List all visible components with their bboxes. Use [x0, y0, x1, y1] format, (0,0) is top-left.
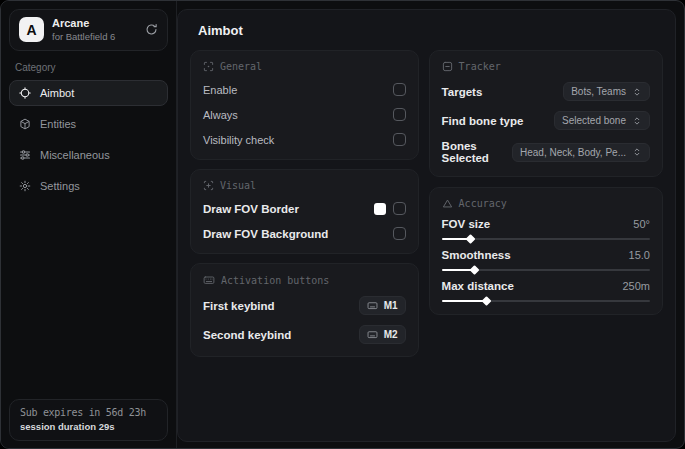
app-subtitle: for Battlefield 6	[52, 31, 137, 43]
sidebar-item-label: Entities	[40, 118, 76, 130]
setting-label: Visibility check	[203, 134, 274, 146]
sidebar-nav: Aimbot Entities Miscellaneous	[1, 80, 176, 199]
enable-checkbox[interactable]	[393, 83, 406, 96]
setting-label: Find bone type	[442, 115, 524, 127]
sidebar-item-entities[interactable]: Entities	[9, 111, 168, 137]
setting-row: Second keybind M2	[203, 325, 406, 344]
subscription-card: Sub expires in 56d 23h session duration …	[9, 399, 168, 441]
section-title: General	[220, 61, 262, 72]
app-name: Arcane	[52, 17, 137, 31]
targets-select[interactable]: Bots, Teams	[563, 82, 650, 101]
keyboard-icon	[367, 329, 378, 340]
smoothness-slider[interactable]	[442, 269, 650, 271]
minus-square-icon	[442, 61, 453, 72]
chevrons-up-down-icon	[632, 147, 642, 157]
setting-label: Draw FOV Border	[203, 203, 299, 215]
sliders-icon	[19, 149, 31, 161]
visibility-check-checkbox[interactable]	[393, 133, 406, 146]
keybind-value: M1	[384, 300, 398, 311]
keyboard-icon	[367, 300, 378, 311]
select-value: Bots, Teams	[571, 86, 626, 97]
slider-handle[interactable]	[469, 265, 479, 275]
smoothness-slider-group: Smoothness 15.0	[442, 249, 650, 271]
fov-size-slider[interactable]	[442, 238, 650, 240]
entities-icon	[19, 118, 31, 130]
sidebar-item-miscellaneous[interactable]: Miscellaneous	[9, 142, 168, 168]
category-label: Category	[15, 62, 162, 73]
find-bone-type-select[interactable]: Selected bone	[554, 111, 650, 130]
slider-value: 15.0	[629, 249, 650, 261]
slider-label: Max distance	[442, 280, 514, 292]
sidebar-item-aimbot[interactable]: Aimbot	[9, 80, 168, 106]
setting-label: Always	[203, 109, 238, 121]
section-title: Tracker	[459, 61, 501, 72]
setting-row: Visibility check	[203, 132, 406, 147]
max-distance-slider[interactable]	[442, 300, 650, 302]
gear-icon	[19, 180, 31, 192]
sidebar: A Arcane for Battlefield 6 Category Aimb…	[1, 1, 177, 448]
page-title: Aimbot	[198, 23, 663, 38]
setting-row: Draw FOV Border	[203, 201, 406, 216]
setting-label: Targets	[442, 86, 483, 98]
select-value: Head, Neck, Body, Pe...	[520, 147, 626, 158]
crosshair-icon	[19, 87, 31, 99]
draw-fov-border-checkbox[interactable]	[393, 202, 406, 215]
accuracy-card: Accuracy FOV size 50° Smoothness	[429, 187, 663, 315]
focus-icon	[203, 180, 214, 191]
sidebar-item-settings[interactable]: Settings	[9, 173, 168, 199]
keyboard-icon	[203, 274, 215, 286]
main-panel: Aimbot General Enable	[177, 9, 676, 442]
tracker-card: Tracker Targets Bots, Teams Find bone ty…	[429, 50, 663, 177]
slider-label: Smoothness	[442, 249, 511, 261]
fov-border-color-swatch[interactable]	[374, 203, 386, 215]
select-value: Selected bone	[562, 115, 626, 126]
app-logo: A	[19, 17, 44, 42]
sidebar-item-label: Settings	[40, 180, 80, 192]
first-keybind-button[interactable]: M1	[359, 296, 406, 315]
slider-value: 50°	[633, 218, 650, 230]
brand-card: A Arcane for Battlefield 6	[9, 9, 168, 51]
section-title: Accuracy	[459, 198, 507, 209]
setting-row: First keybind M1	[203, 296, 406, 315]
keybind-value: M2	[384, 329, 398, 340]
refresh-icon[interactable]	[145, 23, 158, 36]
setting-row: Always	[203, 107, 406, 122]
setting-label: Draw FOV Background	[203, 228, 328, 240]
setting-label: Second keybind	[203, 329, 291, 341]
triangle-icon	[442, 198, 453, 209]
setting-label: Bones Selected	[442, 140, 512, 164]
setting-row: Targets Bots, Teams	[442, 82, 650, 101]
general-card: General Enable Always Visibility check	[190, 50, 419, 160]
app-window: A Arcane for Battlefield 6 Category Aimb…	[0, 0, 685, 449]
slider-label: FOV size	[442, 218, 491, 230]
setting-row: Bones Selected Head, Neck, Body, Pe...	[442, 140, 650, 164]
section-title: Activation buttons	[221, 275, 329, 286]
slider-handle[interactable]	[482, 296, 492, 306]
slider-handle[interactable]	[465, 234, 475, 244]
setting-row: Find bone type Selected bone	[442, 111, 650, 130]
activation-card: Activation buttons First keybind M1 Seco…	[190, 263, 419, 357]
second-keybind-button[interactable]: M2	[359, 325, 406, 344]
session-duration-text: session duration 29s	[20, 421, 157, 432]
scan-icon	[203, 61, 214, 72]
chevrons-up-down-icon	[632, 116, 642, 126]
visual-card: Visual Draw FOV Border Draw FOV Backgrou…	[190, 169, 419, 254]
max-distance-slider-group: Max distance 250m	[442, 280, 650, 302]
always-checkbox[interactable]	[393, 108, 406, 121]
draw-fov-background-checkbox[interactable]	[393, 227, 406, 240]
chevrons-up-down-icon	[632, 87, 642, 97]
sidebar-item-label: Aimbot	[40, 87, 74, 99]
slider-value: 250m	[622, 280, 650, 292]
sidebar-item-label: Miscellaneous	[40, 149, 110, 161]
setting-label: First keybind	[203, 300, 275, 312]
setting-row: Draw FOV Background	[203, 226, 406, 241]
fov-size-slider-group: FOV size 50°	[442, 218, 650, 240]
section-title: Visual	[220, 180, 256, 191]
setting-label: Enable	[203, 84, 237, 96]
sub-expires-text: Sub expires in 56d 23h	[20, 407, 157, 418]
bones-selected-select[interactable]: Head, Neck, Body, Pe...	[512, 143, 650, 162]
setting-row: Enable	[203, 82, 406, 97]
